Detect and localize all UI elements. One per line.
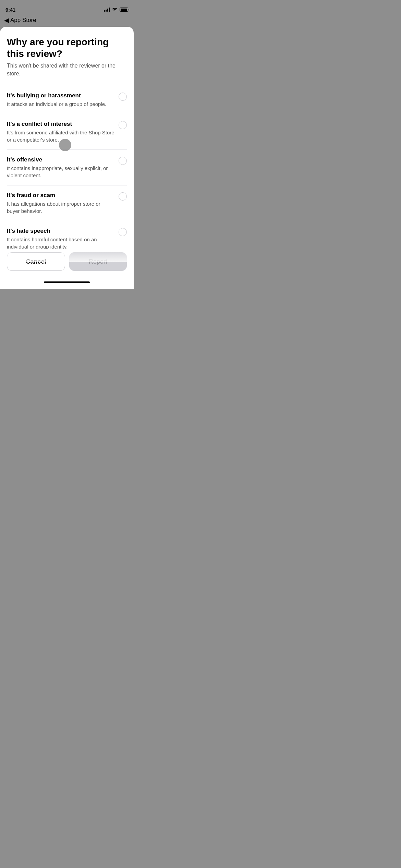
radio-bullying bbox=[119, 93, 127, 101]
home-bar bbox=[44, 281, 90, 283]
option-offensive[interactable]: It's offensive It contains inappropriate… bbox=[7, 149, 127, 185]
option-title-offensive: It's offensive bbox=[7, 156, 114, 164]
modal-footer: Cancel Report bbox=[0, 249, 134, 278]
wifi-icon bbox=[112, 7, 118, 12]
option-desc-bullying: It attacks an individual or a group of p… bbox=[7, 100, 114, 108]
back-button[interactable]: ◀ App Store bbox=[4, 16, 36, 24]
option-hate[interactable]: It's hate speech It contains harmful con… bbox=[7, 221, 127, 249]
option-title-hate: It's hate speech bbox=[7, 227, 114, 235]
status-icons bbox=[104, 7, 128, 12]
option-fraud[interactable]: It's fraud or scam It has allegations ab… bbox=[7, 185, 127, 221]
option-desc-fraud: It has allegations about improper store … bbox=[7, 200, 114, 215]
option-desc-conflict: It's from someone affiliated with the Sh… bbox=[7, 129, 114, 143]
status-bar: 9:41 bbox=[0, 0, 134, 15]
option-title-bullying: It's bullying or harassment bbox=[7, 92, 114, 99]
modal-subtitle: This won't be shared with the reviewer o… bbox=[7, 62, 127, 77]
signal-icon bbox=[104, 8, 110, 12]
back-nav: ◀ App Store bbox=[0, 15, 134, 27]
radio-offensive bbox=[119, 157, 127, 165]
option-conflict[interactable]: It's a conflict of interest It's from so… bbox=[7, 114, 127, 149]
option-title-fraud: It's fraud or scam bbox=[7, 192, 114, 199]
modal-content: Why are you reporting this review? This … bbox=[0, 27, 134, 249]
option-desc-hate: It contains harmful content based on an … bbox=[7, 236, 114, 249]
radio-hate bbox=[119, 228, 127, 236]
report-button[interactable]: Report bbox=[69, 252, 127, 271]
back-chevron-icon: ◀ bbox=[4, 16, 9, 24]
modal-title: Why are you reporting this review? bbox=[7, 36, 127, 59]
cancel-button[interactable]: Cancel bbox=[7, 252, 65, 271]
option-title-conflict: It's a conflict of interest bbox=[7, 120, 114, 128]
back-label: App Store bbox=[10, 17, 36, 24]
status-time: 9:41 bbox=[5, 7, 15, 13]
modal-sheet: Why are you reporting this review? This … bbox=[0, 27, 134, 289]
home-indicator bbox=[0, 278, 134, 289]
radio-conflict bbox=[119, 121, 127, 129]
option-desc-offensive: It contains inappropriate, sexually expl… bbox=[7, 165, 114, 179]
battery-icon bbox=[120, 8, 128, 12]
option-bullying[interactable]: It's bullying or harassment It attacks a… bbox=[7, 86, 127, 114]
options-list: It's bullying or harassment It attacks a… bbox=[7, 86, 127, 249]
radio-fraud bbox=[119, 192, 127, 201]
